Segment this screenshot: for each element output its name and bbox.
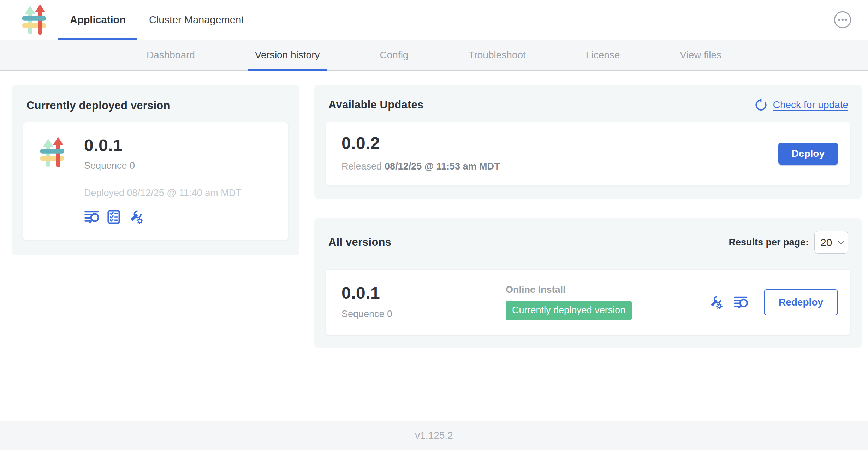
app-footer: v1.125.2: [0, 421, 868, 450]
deployed-version-number: 0.0.1: [84, 137, 242, 154]
check-for-update-label: Check for update: [773, 99, 848, 111]
currently-deployed-title: Currently deployed version: [26, 99, 288, 112]
main-content: Currently deployed version 0.0.1 Sequenc…: [0, 71, 868, 421]
app-logo: [19, 0, 53, 40]
topnav-tab-label: Cluster Management: [149, 14, 244, 26]
version-row-actions: Redeploy: [708, 289, 840, 315]
results-per-page-select-wrap: 20: [814, 231, 848, 254]
subnav-label: View files: [680, 49, 721, 61]
deployed-version-details: 0.0.1 Sequence 0 Deployed 08/12/25 @ 11:…: [84, 137, 242, 225]
edit-config-button[interactable]: [708, 295, 723, 310]
deployed-version-sequence: Sequence 0: [84, 160, 242, 171]
install-type-label: Online Install: [506, 284, 708, 295]
results-per-page-select[interactable]: 20: [814, 231, 848, 254]
subnav-label: License: [586, 49, 620, 61]
subnav-item-config[interactable]: Config: [373, 40, 416, 70]
topnav-tab-cluster-management[interactable]: Cluster Management: [137, 0, 256, 40]
version-row: 0.0.1 Sequence 0 Online Install Currentl…: [326, 269, 850, 335]
deployed-version-date: Deployed 08/12/25 @ 11:40 am MDT: [84, 188, 242, 199]
view-logs-icon: [733, 295, 748, 310]
deployed-version-actions: [84, 209, 242, 225]
subnav-label: Dashboard: [147, 49, 195, 61]
version-row-details: 0.0.1 Sequence 0: [341, 285, 506, 320]
all-versions-card: All versions Results per page: 20 0: [314, 218, 862, 348]
available-updates-title: Available Updates: [328, 99, 423, 111]
subnav-label: Config: [380, 49, 409, 61]
edit-config-icon: [708, 295, 723, 310]
update-released-line: Released08/12/25 @ 11:53 am MDT: [341, 161, 500, 172]
version-row-sequence: Sequence 0: [341, 309, 506, 320]
subnav-item-license[interactable]: License: [579, 40, 627, 70]
ellipsis-menu-icon: [833, 11, 852, 29]
subnav-item-view-files[interactable]: View files: [673, 40, 729, 70]
deploy-button[interactable]: Deploy: [778, 143, 838, 165]
available-updates-header: Available Updates Check for update: [326, 96, 850, 112]
subnav-label: Version history: [255, 49, 320, 61]
view-logs-icon: [84, 209, 100, 225]
edit-config-icon: [128, 209, 143, 225]
update-version-number: 0.0.2: [341, 135, 500, 152]
all-versions-header: All versions Results per page: 20: [326, 230, 850, 254]
results-per-page: Results per page: 20: [729, 231, 848, 254]
redeploy-button[interactable]: Redeploy: [764, 289, 838, 315]
subnav-label: Troubleshoot: [468, 49, 525, 61]
preflight-checks-button[interactable]: [106, 209, 121, 225]
view-logs-button[interactable]: [733, 295, 748, 310]
check-for-update-link[interactable]: Check for update: [754, 98, 848, 112]
topnav-tab-label: Application: [70, 14, 126, 26]
version-row-number: 0.0.1: [341, 285, 506, 302]
update-details: 0.0.2 Released08/12/25 @ 11:53 am MDT: [341, 135, 500, 172]
version-row-status: Online Install Currently deployed versio…: [506, 284, 708, 320]
results-per-page-label: Results per page:: [729, 237, 809, 248]
app-logo-icon: [37, 137, 71, 168]
subnav-item-troubleshoot[interactable]: Troubleshoot: [461, 40, 533, 70]
all-versions-title: All versions: [328, 236, 391, 249]
console-version: v1.125.2: [415, 430, 453, 441]
overflow-menu-button[interactable]: [833, 11, 852, 29]
view-logs-button[interactable]: [84, 209, 100, 225]
deployed-version-panel: 0.0.1 Sequence 0 Deployed 08/12/25 @ 11:…: [23, 122, 288, 241]
app-subnav: Dashboard Version history Config Trouble…: [0, 40, 868, 71]
released-prefix: Released: [341, 161, 382, 172]
top-navbar: Application Cluster Management: [0, 0, 868, 40]
subnav-item-version-history[interactable]: Version history: [248, 40, 327, 70]
available-update-row: 0.0.2 Released08/12/25 @ 11:53 am MDT De…: [326, 122, 850, 186]
right-column: Available Updates Check for update 0.0.2…: [314, 85, 862, 348]
refresh-icon: [754, 98, 768, 112]
currently-deployed-card: Currently deployed version 0.0.1 Sequenc…: [12, 85, 299, 255]
edit-config-button[interactable]: [128, 209, 143, 225]
app-logo-icon: [19, 4, 53, 35]
released-date: 08/12/25 @ 11:53 am MDT: [385, 161, 500, 172]
subnav-item-dashboard[interactable]: Dashboard: [139, 40, 202, 70]
currently-deployed-badge: Currently deployed version: [506, 301, 632, 320]
available-updates-card: Available Updates Check for update 0.0.2…: [314, 85, 862, 199]
preflight-checks-icon: [106, 209, 121, 225]
topnav-tab-application[interactable]: Application: [58, 0, 137, 40]
